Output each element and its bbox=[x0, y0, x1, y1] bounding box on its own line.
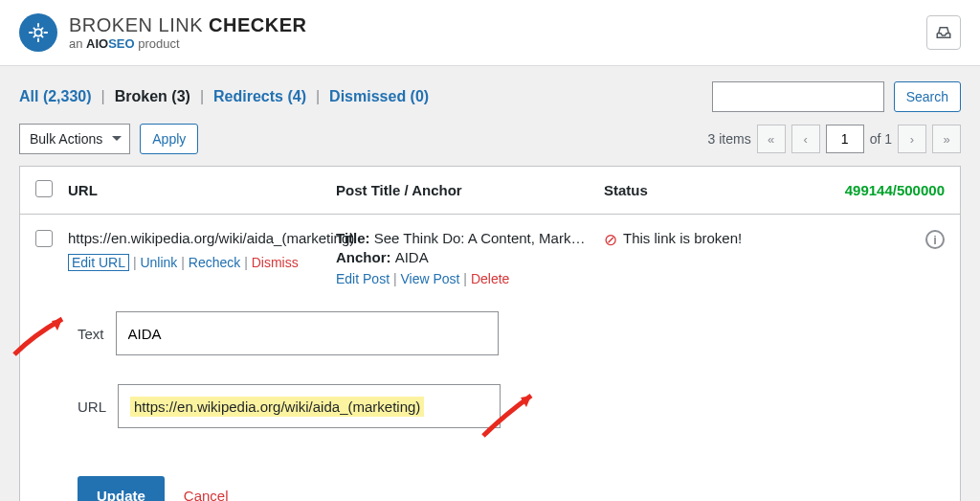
quota-counter: 499144/500000 bbox=[811, 182, 945, 198]
page-next-icon[interactable]: › bbox=[898, 125, 926, 153]
tab-dismissed[interactable]: Dismissed (0) bbox=[329, 88, 429, 105]
bulk-actions-select[interactable]: Bulk Actions bbox=[19, 124, 130, 154]
brand-sub-suffix: product bbox=[135, 36, 180, 51]
tabs-row: All (2,330) | Broken (3) | Redirects (4)… bbox=[0, 66, 980, 124]
url-field-label: URL bbox=[78, 399, 106, 415]
table-header: URL Post Title / Anchor Status 499144/50… bbox=[20, 167, 960, 215]
url-input[interactable]: https://en.wikipedia.org/wiki/aida_(mark… bbox=[118, 384, 501, 428]
text-input[interactable] bbox=[116, 311, 499, 355]
svg-point-0 bbox=[34, 29, 41, 35]
page-prev-icon[interactable]: ‹ bbox=[791, 125, 820, 153]
brand-seo: SEO bbox=[108, 36, 134, 51]
anchor-label: Anchor: bbox=[336, 249, 395, 265]
page-last-icon[interactable]: » bbox=[932, 125, 961, 153]
links-table: URL Post Title / Anchor Status 499144/50… bbox=[19, 166, 961, 501]
page-first-icon[interactable]: « bbox=[757, 125, 786, 153]
apply-button[interactable]: Apply bbox=[140, 124, 198, 154]
title-value: See Think Do: A Content, Mark… bbox=[374, 230, 586, 246]
tab-sep: | bbox=[316, 88, 320, 105]
tab-all[interactable]: All (2,330) bbox=[19, 88, 92, 105]
brand: BROKEN LINK CHECKER an AIOSEO product bbox=[19, 13, 306, 52]
page-input[interactable] bbox=[826, 125, 864, 153]
edit-panel: Text URL https://en.wikipedia.org/wiki/a… bbox=[78, 311, 945, 501]
header: BROKEN LINK CHECKER an AIOSEO product bbox=[0, 0, 980, 66]
tab-sep: | bbox=[200, 88, 204, 105]
toolbar: Bulk Actions Apply 3 items « ‹ of 1 › » bbox=[0, 124, 980, 166]
text-field-label: Text bbox=[78, 326, 104, 342]
status-text: This link is broken! bbox=[623, 230, 742, 246]
bulk-actions-label: Bulk Actions bbox=[30, 131, 102, 147]
select-all-checkbox[interactable] bbox=[35, 180, 53, 197]
title-label: Title: bbox=[336, 230, 374, 246]
col-url: URL bbox=[68, 182, 336, 198]
cancel-link[interactable]: Cancel bbox=[184, 488, 229, 501]
unlink-action[interactable]: Unlink bbox=[140, 255, 177, 270]
col-status: Status bbox=[604, 182, 811, 198]
update-button[interactable]: Update bbox=[78, 476, 165, 501]
dismiss-action[interactable]: Dismiss bbox=[252, 255, 299, 270]
brand-title-bold: CHECKER bbox=[209, 14, 306, 35]
view-post-action[interactable]: View Post bbox=[400, 271, 459, 286]
brand-sub-prefix: an bbox=[69, 36, 86, 51]
tab-redirects[interactable]: Redirects (4) bbox=[213, 88, 306, 105]
tab-sep: | bbox=[101, 88, 105, 105]
row-checkbox[interactable] bbox=[35, 230, 53, 247]
edit-post-action[interactable]: Edit Post bbox=[336, 271, 390, 286]
row-url: https://en.wikipedia.org/wiki/aida_(mark… bbox=[68, 230, 336, 246]
edit-url-button[interactable]: Edit URL bbox=[68, 254, 129, 271]
search-input[interactable] bbox=[712, 81, 884, 112]
items-count: 3 items bbox=[708, 131, 751, 147]
col-title: Post Title / Anchor bbox=[336, 182, 604, 198]
page-of: of 1 bbox=[870, 131, 892, 147]
url-input-value: https://en.wikipedia.org/wiki/aida_(mark… bbox=[130, 397, 424, 417]
tab-broken[interactable]: Broken (3) bbox=[115, 88, 190, 105]
recheck-action[interactable]: Recheck bbox=[189, 255, 240, 270]
table-row: https://en.wikipedia.org/wiki/aida_(mark… bbox=[20, 215, 960, 302]
inbox-icon[interactable] bbox=[926, 15, 961, 50]
plugin-icon bbox=[19, 13, 57, 52]
info-icon[interactable]: i bbox=[925, 230, 945, 249]
error-icon: ⊘ bbox=[604, 230, 617, 250]
search-button[interactable]: Search bbox=[894, 81, 961, 112]
brand-aio: AIO bbox=[86, 36, 108, 51]
brand-title-light: BROKEN LINK bbox=[69, 14, 209, 35]
delete-action[interactable]: Delete bbox=[471, 271, 509, 286]
anchor-value: AIDA bbox=[395, 249, 429, 265]
